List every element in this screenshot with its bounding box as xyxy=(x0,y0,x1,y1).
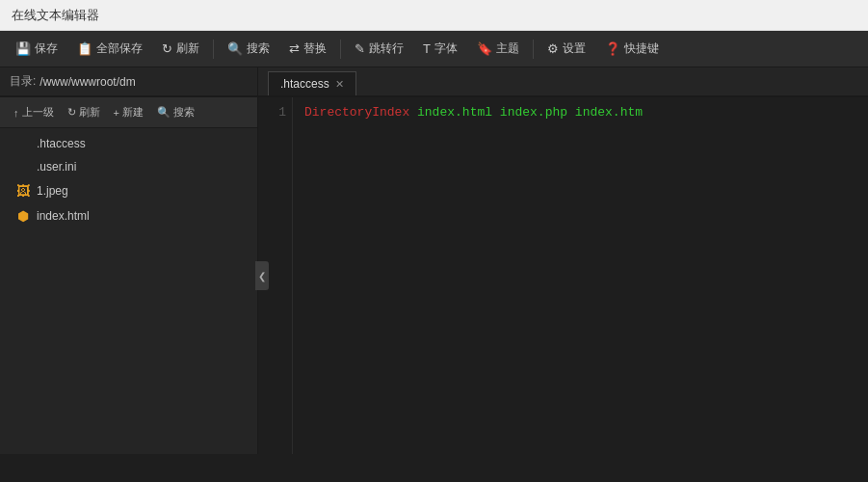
tab-htaccess[interactable]: .htaccess ✕ xyxy=(268,71,356,95)
list-item[interactable]: ⬢ index.html xyxy=(0,203,257,228)
list-item[interactable]: .htaccess xyxy=(0,132,257,155)
app-title: 在线文本编辑器 xyxy=(12,7,99,24)
settings-button[interactable]: ⚙ 设置 xyxy=(539,37,593,61)
search-label: 搜索 xyxy=(247,40,270,57)
up-button[interactable]: ↑ 上一级 xyxy=(8,102,60,122)
font-button[interactable]: T 字体 xyxy=(415,37,465,61)
shortcuts-icon: ❓ xyxy=(605,41,620,56)
save-all-label: 全部保存 xyxy=(96,40,143,57)
goto-button[interactable]: ✎ 跳转行 xyxy=(347,37,411,61)
settings-icon: ⚙ xyxy=(547,41,559,56)
tab-label: .htaccess xyxy=(280,77,329,91)
file-list: .htaccess .user.ini 🖼 1.jpeg ⬢ index.htm… xyxy=(0,128,257,454)
theme-button[interactable]: 🔖 主题 xyxy=(469,37,527,61)
new-button[interactable]: + 新建 xyxy=(108,102,149,122)
tab-bar: .htaccess ✕ xyxy=(258,67,868,96)
code-values: index.html index.php index.htm xyxy=(409,105,643,120)
sidebar-refresh-button[interactable]: ↻ 刷新 xyxy=(62,102,106,122)
file-name: .user.ini xyxy=(37,160,76,174)
toolbar: 💾 保存 📋 全部保存 ↻ 刷新 🔍 搜索 ⇄ 替换 ✎ 跳转行 T 字体 🔖 … xyxy=(0,31,868,67)
separator-1 xyxy=(213,40,214,59)
goto-icon: ✎ xyxy=(355,41,365,56)
refresh-button[interactable]: ↻ 刷新 xyxy=(154,37,207,61)
sidebar-refresh-label: 刷新 xyxy=(79,105,100,120)
save-button[interactable]: 💾 保存 xyxy=(8,37,66,61)
up-icon: ↑ xyxy=(13,107,19,119)
main-content: ↑ 上一级 ↻ 刷新 + 新建 🔍 搜索 .htaccess xyxy=(0,97,868,454)
list-item[interactable]: 🖼 1.jpeg xyxy=(0,178,257,203)
settings-label: 设置 xyxy=(563,40,586,57)
current-path: /www/wwwroot/dm xyxy=(39,75,135,89)
replace-label: 替换 xyxy=(303,40,327,57)
sidebar-search-icon: 🔍 xyxy=(157,106,171,119)
code-area[interactable]: DirectoryIndex index.html index.php inde… xyxy=(293,97,868,454)
save-label: 保存 xyxy=(35,40,58,57)
save-icon: 💾 xyxy=(15,41,31,56)
list-item[interactable]: .user.ini xyxy=(0,155,257,178)
sidebar-toolbar: ↑ 上一级 ↻ 刷新 + 新建 🔍 搜索 xyxy=(0,97,257,128)
font-icon: T xyxy=(423,41,431,56)
collapse-sidebar-button[interactable]: ❮ xyxy=(255,261,269,290)
theme-label: 主题 xyxy=(496,40,519,57)
path-bar: 目录: /www/wwwroot/dm xyxy=(0,67,258,96)
line-number: 1 xyxy=(266,105,286,120)
file-name: .htaccess xyxy=(37,137,86,150)
shortcuts-button[interactable]: ❓ 快捷键 xyxy=(597,37,667,61)
title-bar: 在线文本编辑器 xyxy=(0,0,868,31)
replace-button[interactable]: ⇄ 替换 xyxy=(281,37,334,61)
file-icon-jpeg: 🖼 xyxy=(15,183,31,199)
save-all-button[interactable]: 📋 全部保存 xyxy=(69,37,150,61)
file-name: 1.jpeg xyxy=(37,184,68,198)
refresh-label: 刷新 xyxy=(176,40,199,57)
code-keyword: DirectoryIndex xyxy=(304,105,409,120)
sidebar: ↑ 上一级 ↻ 刷新 + 新建 🔍 搜索 .htaccess xyxy=(0,97,258,454)
refresh-icon: ↻ xyxy=(162,41,172,56)
font-label: 字体 xyxy=(434,40,458,57)
search-icon: 🔍 xyxy=(227,41,243,56)
sidebar-search-button[interactable]: 🔍 搜索 xyxy=(151,102,200,122)
sidebar-refresh-icon: ↻ xyxy=(67,106,76,119)
sidebar-search-label: 搜索 xyxy=(173,105,195,120)
editor[interactable]: 1 DirectoryIndex index.html index.php in… xyxy=(258,97,868,454)
file-icon-html: ⬢ xyxy=(15,208,31,224)
new-label: 新建 xyxy=(122,105,144,120)
shortcuts-label: 快捷键 xyxy=(624,40,659,57)
path-prefix: 目录: xyxy=(10,73,36,90)
replace-icon: ⇄ xyxy=(289,41,300,56)
file-name: index.html xyxy=(37,209,90,223)
separator-2 xyxy=(340,40,341,59)
theme-icon: 🔖 xyxy=(477,41,492,56)
save-all-icon: 📋 xyxy=(77,41,92,56)
goto-label: 跳转行 xyxy=(369,40,404,57)
collapse-icon: ❮ xyxy=(258,271,266,281)
tab-close-button[interactable]: ✕ xyxy=(335,78,344,91)
up-label: 上一级 xyxy=(22,105,54,120)
search-button[interactable]: 🔍 搜索 xyxy=(220,37,277,61)
new-icon: + xyxy=(114,107,119,119)
separator-3 xyxy=(533,40,534,59)
